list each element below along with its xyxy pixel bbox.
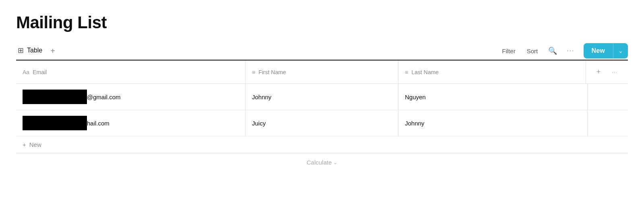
column-header-firstname: ≡ First Name	[246, 61, 398, 84]
column-header-lastname: ≡ Last Name	[398, 61, 586, 84]
tab-table[interactable]: ⊞ Table	[16, 42, 44, 60]
email-suffix-2: hail.com	[87, 120, 109, 127]
more-options-button[interactable]: ···	[563, 44, 578, 58]
add-row-bar[interactable]: + New	[16, 136, 628, 153]
cell-empty-1	[588, 84, 628, 110]
data-table: Aa Email ≡ First Name ≡ Last Name + ··· …	[16, 61, 628, 171]
calculate-label: Calculate	[307, 159, 332, 166]
cell-email-2: hail.com	[16, 110, 246, 136]
page-container: Mailing List ⊞ Table + Filter Sort 🔍 ···	[0, 0, 644, 171]
toolbar: ⊞ Table + Filter Sort 🔍 ··· New	[16, 42, 628, 61]
firstname-column-label: First Name	[258, 69, 286, 75]
toolbar-left: ⊞ Table +	[16, 42, 58, 60]
cell-lastname-2: Johnny	[398, 110, 588, 136]
search-button[interactable]: 🔍	[544, 43, 561, 58]
table-row: hail.com Juicy Johnny	[16, 110, 628, 136]
page-title: Mailing List	[16, 13, 628, 32]
redacted-email-prefix-2	[23, 116, 87, 130]
cell-firstname-1: Johnny	[246, 84, 398, 110]
table-header-row: Aa Email ≡ First Name ≡ Last Name + ···	[16, 61, 628, 84]
sort-button[interactable]: Sort	[522, 44, 543, 58]
new-button-group: New ⌄	[584, 43, 628, 58]
email-column-label: Email	[33, 69, 47, 75]
redacted-email-prefix-1	[23, 90, 87, 104]
column-more-button[interactable]: ···	[608, 66, 621, 78]
add-row-icon: +	[23, 141, 26, 148]
lastname-column-label: Last Name	[411, 69, 439, 75]
cell-email-1: @gmail.com	[16, 84, 246, 110]
ellipsis-icon: ···	[567, 47, 574, 54]
add-column-button[interactable]: +	[592, 65, 605, 79]
chevron-down-icon: ⌄	[618, 48, 623, 54]
new-main-button[interactable]: New	[584, 43, 613, 58]
toolbar-right: Filter Sort 🔍 ··· New ⌄	[497, 43, 628, 58]
search-icon: 🔍	[548, 46, 557, 55]
calculate-chevron-icon: ⌄	[333, 160, 337, 165]
add-row-label: New	[29, 141, 41, 148]
column-header-email: Aa Email	[16, 61, 246, 84]
table-row: @gmail.com Johnny Nguyen	[16, 84, 628, 110]
cell-empty-2	[588, 110, 628, 136]
add-view-button[interactable]: +	[47, 45, 58, 57]
filter-button[interactable]: Filter	[497, 44, 520, 58]
tab-table-label: Table	[27, 47, 42, 54]
new-chevron-button[interactable]: ⌄	[613, 43, 628, 58]
text-align-icon-lastname: ≡	[405, 69, 408, 75]
cell-lastname-1: Nguyen	[398, 84, 588, 110]
table-icon: ⊞	[18, 46, 24, 55]
column-header-actions: + ···	[586, 61, 628, 84]
cell-firstname-2: Juicy	[246, 110, 398, 136]
text-type-icon: Aa	[23, 69, 29, 75]
text-align-icon-firstname: ≡	[252, 69, 255, 75]
email-suffix-1: @gmail.com	[87, 94, 121, 100]
calculate-bar[interactable]: Calculate ⌄	[16, 153, 628, 171]
